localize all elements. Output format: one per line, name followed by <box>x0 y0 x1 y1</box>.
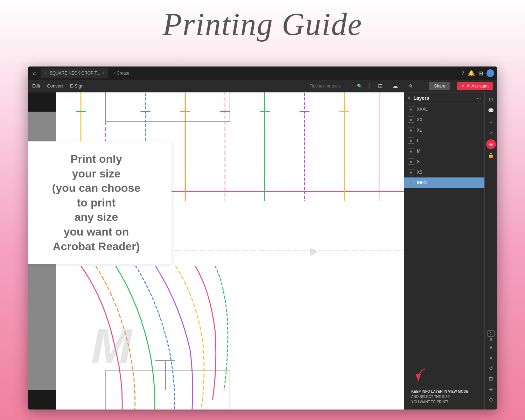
more-options-button[interactable]: ··· <box>477 95 481 101</box>
user-avatar[interactable] <box>486 69 494 77</box>
help-icon[interactable]: ? <box>461 70 464 76</box>
page-background: Printing Guide ⌂ ☆ SQUARE NECK CROP T...… <box>0 0 525 46</box>
ai-icon: ✦ <box>461 84 465 89</box>
svg-rect-20 <box>106 370 230 410</box>
layer-xl[interactable]: ▣ XL <box>404 125 484 135</box>
tab-bar: ⌂ ☆ SQUARE NECK CROP T... × + Create ? 🔔… <box>28 66 497 80</box>
zoom-out-icon[interactable]: ⊖ <box>486 395 496 405</box>
layer-s[interactable]: ▣ S <box>404 156 484 167</box>
layer-xxxl[interactable]: ▣ XXXL <box>404 104 484 114</box>
tab-right-icons: ? 🔔 ⊞ <box>461 69 494 77</box>
next-page-arrow[interactable]: ▶ <box>307 241 322 261</box>
ai-assistant-button[interactable]: ✦ AI Assistant <box>457 82 493 90</box>
current-page-number: 1 <box>487 330 494 337</box>
close-tab-icon[interactable]: × <box>102 71 105 76</box>
layer-l[interactable]: ▣ L <box>404 135 484 146</box>
tool-list-icon[interactable]: ≡ <box>486 117 496 127</box>
layers-panel: × Layers ··· ▣ XXXL ▣ XXL ▣ XL <box>404 92 484 410</box>
layer-visibility-icon: ▣ <box>408 127 414 133</box>
search-area: 🔍 <box>309 84 362 89</box>
layer-visibility-icon: ▣ <box>408 180 414 186</box>
layers-panel-header: × Layers ··· <box>404 92 484 104</box>
page-down-icon[interactable]: ∨ <box>486 353 496 363</box>
page-title: Printing Guide <box>163 7 362 42</box>
layer-visibility-icon: ▣ <box>408 138 414 144</box>
annotation-area: KEEP INFO LAYER IN VIEW MODE AND SELECT … <box>404 365 484 410</box>
search-input[interactable] <box>309 84 355 89</box>
layer-m[interactable]: ▣ M <box>404 146 484 156</box>
layer-visibility-icon: ▣ <box>408 169 414 175</box>
menu-divider-2 <box>422 83 422 89</box>
layer-visibility-icon: ▣ <box>408 117 414 123</box>
print-icon[interactable]: 🖨 <box>406 82 415 90</box>
instruction-text: Print only your size (you can choose to … <box>31 152 161 254</box>
page-up-icon[interactable]: ∧ <box>486 342 496 352</box>
right-icon-bar: ⊡ 💬 ≡ ↗ ⊕ 🔒 1 8 ∧ ∨ ↺ ⊡ ⊕ ⊖ <box>484 92 497 410</box>
upload-icon[interactable]: ⊡ <box>377 82 384 90</box>
layers-panel-title: Layers <box>413 95 477 101</box>
document-tab[interactable]: ☆ SQUARE NECK CROP T... × <box>41 68 108 78</box>
search-icon: 🔍 <box>357 84 362 89</box>
info-note: KEEP INFO LAYER IN VIEW MODE AND SELECT … <box>408 386 481 410</box>
bell-icon[interactable]: 🔔 <box>468 70 475 77</box>
favorite-icon: ☆ <box>44 71 48 76</box>
tab-title: SQUARE NECK CROP T... <box>50 71 100 76</box>
menu-divider-1 <box>369 83 370 89</box>
red-arrow <box>415 367 432 385</box>
layer-xs[interactable]: ▣ XS <box>404 167 484 177</box>
instruction-card: Print only your size (you can choose to … <box>28 141 172 264</box>
home-button[interactable]: ⌂ <box>31 69 38 78</box>
tool-layers-icon[interactable]: ⊕ <box>486 139 496 149</box>
page-title-area: Printing Guide <box>0 0 525 46</box>
menu-edit[interactable]: Edit <box>32 83 40 89</box>
main-area: M Print only your size (you can choose t… <box>28 92 497 410</box>
menu-bar: Edit Convert E-Sign 🔍 ⊡ ☁ 🖨 Share ✦ AI A… <box>28 80 497 92</box>
close-layers-button[interactable]: × <box>408 95 411 101</box>
document-canvas[interactable]: M Print only your size (you can choose t… <box>28 92 404 410</box>
tool-export-icon[interactable]: ↗ <box>486 128 496 138</box>
layer-visibility-icon: ▣ <box>408 148 414 154</box>
tool-pages-icon[interactable]: ⊡ <box>486 94 496 104</box>
menu-esign[interactable]: E-Sign <box>70 83 84 89</box>
layer-visibility-icon: ▣ <box>408 159 414 165</box>
create-button[interactable]: + Create <box>110 69 132 77</box>
total-pages: 8 <box>490 337 492 342</box>
page-export-icon[interactable]: ⊡ <box>486 374 496 384</box>
refresh-icon[interactable]: ↺ <box>486 363 496 373</box>
tool-comment-icon[interactable]: 💬 <box>486 106 496 115</box>
zoom-in-icon[interactable]: ⊕ <box>486 384 496 394</box>
layer-info[interactable]: ▣ INFO <box>404 177 484 188</box>
layers-list: ▣ XXXL ▣ XXL ▣ XL ▣ L <box>404 104 484 365</box>
tool-lock-icon[interactable]: 🔒 <box>486 150 496 160</box>
page-navigation: 1 8 ∧ ∨ ↺ ⊡ ⊕ ⊖ <box>486 330 496 407</box>
annotation-arrow-container <box>415 367 481 386</box>
layer-xxl[interactable]: ▣ XXL <box>404 114 484 125</box>
menu-convert[interactable]: Convert <box>47 83 63 89</box>
app-window: ⌂ ☆ SQUARE NECK CROP T... × + Create ? 🔔… <box>28 66 497 410</box>
grid-icon[interactable]: ⊞ <box>478 70 483 77</box>
layer-visibility-icon: ▣ <box>408 106 414 112</box>
svg-rect-19 <box>106 92 230 122</box>
cloud-icon[interactable]: ☁ <box>391 82 399 90</box>
share-button[interactable]: Share <box>429 82 450 90</box>
